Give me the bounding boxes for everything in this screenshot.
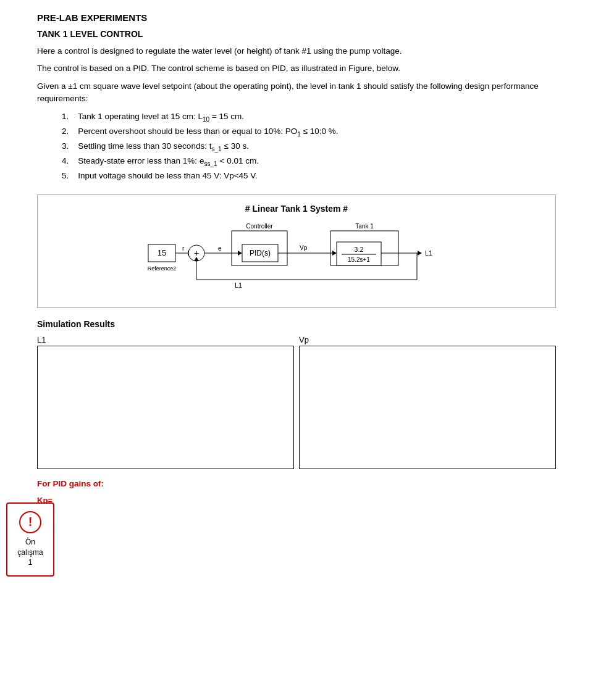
svg-text:e: e — [218, 245, 222, 252]
req-1-num: 1. — [62, 112, 76, 121]
tank-label: Tank 1 — [355, 223, 374, 230]
svg-text:PID(s): PID(s) — [250, 249, 271, 257]
req-3-num: 3. — [62, 141, 76, 151]
svg-text:L1: L1 — [235, 281, 242, 289]
n-label: N= — [37, 539, 556, 554]
notification-box: ! Ön çalışma 1 — [6, 502, 54, 577]
vp-plot-box — [299, 346, 556, 469]
svg-marker-24 — [418, 251, 422, 256]
svg-text:L1: L1 — [425, 249, 432, 257]
svg-marker-17 — [332, 251, 337, 256]
given-text: Given a ±1 cm square wave level setpoint… — [37, 80, 556, 106]
pid-gains-title: For PID gains of: — [37, 479, 556, 488]
req-3-text: Settling time less than 30 seconds: ts_1… — [78, 141, 249, 151]
vp-plot-label: Vp — [299, 335, 556, 344]
svg-marker-12 — [238, 251, 242, 256]
intro-text-1: Here a control is designed to regulate t… — [37, 45, 556, 57]
list-item: 4. Steady-state error less than 1%: ess_… — [62, 154, 556, 169]
warning-icon: ! — [19, 511, 41, 533]
list-item: 1. Tank 1 operating level at 15 cm: L10 … — [62, 110, 556, 125]
intro-text-2: The control is based on a PID. The contr… — [37, 62, 556, 75]
block-diagram-svg: Controller Tank 1 15 Reference2 r + − e — [136, 221, 457, 301]
req-2-num: 2. — [62, 127, 76, 136]
notification-line1: Ön — [25, 538, 35, 546]
section-title: TANK 1 LEVEL CONTROL — [37, 29, 556, 39]
simulation-section: Simulation Results L1 Vp — [37, 319, 556, 469]
controller-label: Controller — [246, 223, 273, 230]
kp-label: Kp= — [37, 493, 556, 509]
list-item: 2. Percent overshoot should be less than… — [62, 125, 556, 140]
requirements-list: 1. Tank 1 operating level at 15 cm: L10 … — [62, 110, 556, 183]
list-item: 5. Input voltage should be less than 45 … — [62, 169, 556, 183]
sim-plots-row: L1 Vp — [37, 335, 556, 469]
diagram-title: # Linear Tank 1 System # — [245, 204, 348, 214]
ki-label: Ki= — [37, 508, 556, 523]
notification-text: Ön çalışma 1 — [17, 537, 43, 568]
pid-gains-section: For PID gains of: Kp= Ki= Kd= N= — [37, 479, 556, 554]
svg-text:r: r — [182, 245, 185, 252]
svg-text:15: 15 — [158, 248, 166, 257]
notification-line2: çalışma — [17, 548, 43, 557]
l1-plot-box — [37, 346, 294, 469]
l1-plot-label: L1 — [37, 335, 294, 344]
req-4-num: 4. — [62, 156, 76, 165]
diagram-container: # Linear Tank 1 System # Controller Tank… — [37, 194, 556, 308]
svg-text:15.2s+1: 15.2s+1 — [348, 256, 370, 263]
req-5-num: 5. — [62, 171, 76, 180]
l1-plot-wrapper: L1 — [37, 335, 294, 469]
svg-text:Reference2: Reference2 — [148, 265, 177, 272]
notification-line3: 1 — [28, 558, 33, 567]
kd-label: Kd= — [37, 523, 556, 539]
list-item: 3. Settling time less than 30 seconds: t… — [62, 140, 556, 154]
req-5-text: Input voltage should be less than 45 V: … — [78, 171, 258, 180]
svg-text:3.2: 3.2 — [354, 246, 363, 253]
pre-lab-title: PRE-LAB EXPERIMENTS — [37, 12, 556, 23]
sim-title: Simulation Results — [37, 319, 556, 329]
req-2-text: Percent overshoot should be less than or… — [78, 127, 338, 136]
vp-plot-wrapper: Vp — [299, 335, 556, 469]
req-1-text: Tank 1 operating level at 15 cm: L10 = 1… — [78, 112, 244, 121]
req-4-text: Steady-state error less than 1%: ess_1 <… — [78, 156, 259, 165]
svg-text:Vp: Vp — [300, 244, 308, 251]
